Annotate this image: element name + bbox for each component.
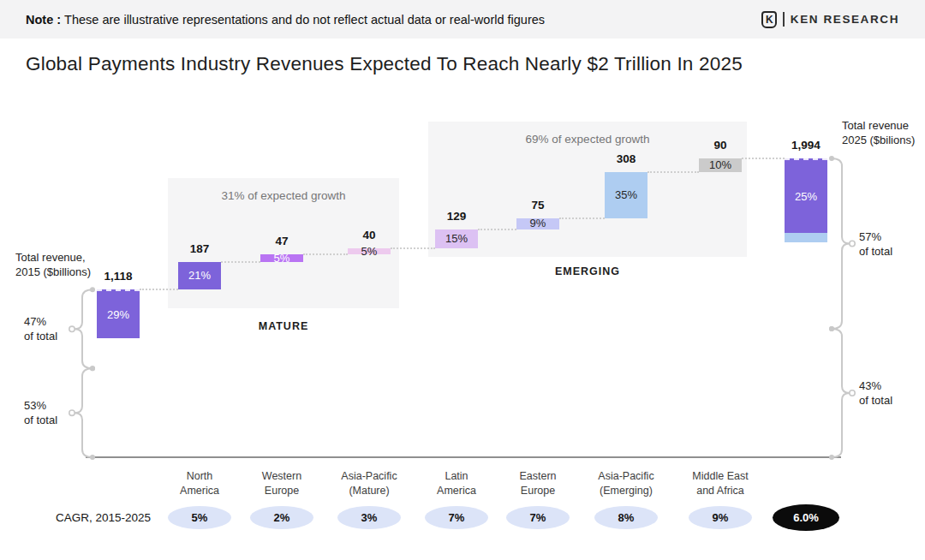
growth-pct-label: 5% xyxy=(361,247,378,257)
growth-value-label-middle-east-and-africa: 90 xyxy=(686,138,755,153)
bracket-label-dot xyxy=(850,241,855,246)
growth-value-label-western-europe: 47 xyxy=(248,234,316,249)
segment-2015-north-america: 29% xyxy=(97,289,140,338)
growth-bar-middle-east-and-africa: 10% xyxy=(699,158,742,172)
axis-label-middle-east-and-africa: Middle East and Africa xyxy=(673,469,767,497)
growth-value-label-asia-pacific-emerging: 308 xyxy=(592,152,660,167)
growth-bar-latin-america: 15% xyxy=(435,229,478,249)
bracket-2025-0 xyxy=(832,158,850,329)
growth-pct-label: 10% xyxy=(709,160,731,170)
connector-line xyxy=(559,217,605,219)
growth-bar-asia-pacific-emerging: 35% xyxy=(605,172,648,218)
segment-2025-north-america: 25% xyxy=(785,158,827,233)
cagr-pill-eastern-europe: 7% xyxy=(506,506,570,529)
bracket-endpoint-dot xyxy=(829,156,834,161)
bracket-endpoint-dot xyxy=(829,326,834,331)
waterfall-chart: 31% of expected growthMATURE69% of expec… xyxy=(0,0,925,560)
axis-label-latin-america: Latin America xyxy=(409,469,504,497)
stack-2025: 8%28%8%13%7%11%25% xyxy=(785,158,827,457)
bracket-endpoint-dot xyxy=(829,326,834,331)
growth-value-label-eastern-europe: 75 xyxy=(504,198,572,213)
connector-line xyxy=(303,253,348,255)
overall-cagr-pill: 6.0% xyxy=(773,504,839,531)
bracket-endpoint-dot xyxy=(90,366,95,371)
cagr-pill-asia-pacific-emerging: 8% xyxy=(594,506,658,529)
connector-line xyxy=(221,261,260,263)
share-of-total-label-2015-1: 53% of total xyxy=(24,398,84,427)
baseline-axis xyxy=(86,456,841,458)
total-value-label-2025: 1,994 xyxy=(772,138,840,153)
share-of-total-label-2015-0: 47% of total xyxy=(24,314,84,343)
growth-pct-label: 35% xyxy=(615,190,637,200)
connector-line xyxy=(140,289,178,290)
infographic-canvas: Note :These are illustrative representat… xyxy=(0,0,925,560)
group-growth-note-mature: 31% of expected growth xyxy=(168,189,399,202)
bracket-2025-1 xyxy=(832,329,850,457)
axis-label-north-america: North America xyxy=(152,469,247,497)
share-of-total-label-2025-1: 43% of total xyxy=(859,378,919,408)
connector-line xyxy=(648,171,699,173)
bracket-endpoint-dot xyxy=(90,366,95,371)
cagr-pill-north-america: 5% xyxy=(168,506,231,529)
growth-value-label-north-america: 187 xyxy=(165,241,234,257)
growth-bar-western-europe: 5% xyxy=(260,254,303,261)
axis-label-eastern-europe: Eastern Europe xyxy=(491,469,585,497)
axis-label-asia-pacific-emerging: Asia-Pacific (Emerging) xyxy=(579,469,673,497)
stack-2015: 6%23%7%11%9%15%29% xyxy=(97,289,140,457)
growth-pct-label: 5% xyxy=(274,253,290,264)
growth-pct-label: 15% xyxy=(445,234,468,244)
growth-value-label-latin-america: 129 xyxy=(422,209,491,224)
connector-line xyxy=(742,158,785,159)
group-label-mature: MATURE xyxy=(168,320,399,332)
connector-line xyxy=(478,229,516,230)
growth-pct-label: 9% xyxy=(530,218,546,229)
bracket-endpoint-dot xyxy=(90,287,95,292)
cagr-row-label: CAGR, 2015-2025 xyxy=(56,511,151,524)
revenue-2015-label: Total revenue, 2015 ($billions) xyxy=(15,250,111,279)
growth-value-label-asia-pacific-mature: 40 xyxy=(335,228,403,243)
cagr-pill-latin-america: 7% xyxy=(425,506,488,529)
growth-bar-north-america: 21% xyxy=(178,262,221,290)
revenue-2025-label: Total revenue 2025 ($bilions) xyxy=(842,118,923,147)
growth-bar-asia-pacific-mature: 5% xyxy=(348,248,391,254)
group-label-emerging: EMERGING xyxy=(428,265,747,277)
cagr-pill-asia-pacific-mature: 3% xyxy=(337,506,401,529)
axis-label-western-europe: Western Europe xyxy=(235,469,329,497)
bracket-label-dot xyxy=(850,390,855,396)
growth-pct-label: 21% xyxy=(188,271,211,281)
segment-pct-label: 25% xyxy=(795,192,817,202)
share-of-total-label-2025-0: 57% of total xyxy=(859,229,919,259)
axis-label-asia-pacific-mature: Asia-Pacific (Mature) xyxy=(322,469,416,497)
connector-line xyxy=(391,247,435,249)
growth-bar-eastern-europe: 9% xyxy=(516,218,559,229)
cagr-pill-western-europe: 2% xyxy=(250,506,313,529)
segment-pct-label: 29% xyxy=(107,310,129,320)
cagr-pill-middle-east-and-africa: 9% xyxy=(689,506,752,529)
